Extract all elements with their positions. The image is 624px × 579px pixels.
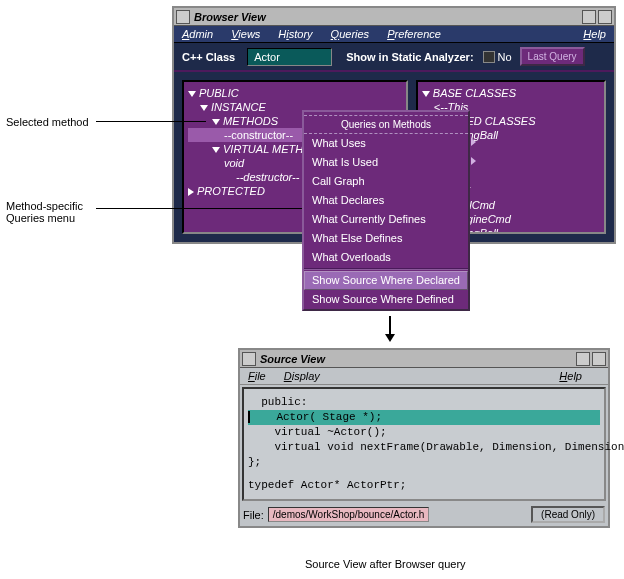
ctx-what-declares[interactable]: What Declares — [304, 191, 468, 210]
expand-icon[interactable] — [422, 91, 430, 97]
file-label: File: — [243, 509, 264, 521]
figure-caption: Source View after Browser query — [305, 558, 466, 570]
tree-public[interactable]: PUBLIC — [188, 86, 402, 100]
src-line-typedef: typedef Actor* ActorPtr; — [248, 478, 600, 493]
menu-preference[interactable]: Preference — [387, 28, 441, 40]
expand-icon[interactable] — [212, 119, 220, 125]
ctx-call-graph[interactable]: Call Graph — [304, 172, 468, 191]
src-line-destructor: virtual ~Actor(); — [248, 425, 600, 440]
no-label: No — [498, 51, 512, 63]
source-code-area[interactable]: public: Actor( Stage *); virtual ~Actor(… — [242, 387, 606, 501]
source-title-bar: Source View — [240, 350, 608, 368]
browser-menubar: Admin Views History Queries Preference H… — [174, 26, 614, 43]
ctx-what-is-used[interactable]: What Is Used — [304, 153, 468, 172]
menu-queries[interactable]: Queries — [331, 28, 370, 40]
menu-help[interactable]: Help — [559, 370, 582, 382]
read-only-indicator: (Read Only) — [531, 506, 605, 523]
context-menu-separator — [304, 268, 468, 270]
browser-title: Browser View — [194, 11, 580, 23]
ctx-else-defines[interactable]: What Else Defines — [304, 229, 468, 248]
menu-file[interactable]: File — [248, 370, 266, 382]
browser-toolbar: C++ Class Actor Show in Static Analyzer:… — [174, 43, 614, 72]
browser-title-bar: Browser View — [174, 8, 614, 26]
tree-base-classes[interactable]: BASE CLASSES — [422, 86, 600, 100]
source-view-window: Source View File Display Help public: Ac… — [238, 348, 610, 528]
expand-icon[interactable] — [188, 91, 196, 97]
annotation-queries-menu: Method-specific Queries menu — [6, 200, 83, 224]
src-line-public: public: — [248, 395, 600, 410]
source-status-bar: File: /demos/WorkShop/bounce/Actor.h (Re… — [240, 503, 608, 526]
ctx-currently-defines[interactable]: What Currently Defines — [304, 210, 468, 229]
analyzer-checkbox[interactable] — [483, 51, 495, 63]
menu-help[interactable]: Help — [583, 28, 606, 40]
analyzer-label: Show in Static Analyzer: — [346, 51, 473, 63]
ctx-show-defined[interactable]: Show Source Where Defined — [304, 290, 468, 309]
maximize-icon[interactable] — [598, 10, 612, 24]
ctx-what-uses[interactable]: What Uses — [304, 134, 468, 153]
src-line-brace: }; — [248, 455, 600, 470]
window-menu-icon[interactable] — [242, 352, 256, 366]
menu-admin[interactable]: Admin — [182, 28, 213, 40]
cpp-class-label: C++ Class — [182, 51, 235, 63]
queries-context-menu: Queries on Methods What Uses What Is Use… — [302, 110, 470, 311]
collapse-icon[interactable] — [188, 188, 194, 196]
annotation-line-2 — [96, 208, 304, 209]
menu-display[interactable]: Display — [284, 370, 320, 382]
class-name-input[interactable]: Actor — [247, 48, 332, 66]
window-menu-icon[interactable] — [176, 10, 190, 24]
src-line-highlighted: Actor( Stage *); — [248, 410, 600, 425]
maximize-icon[interactable] — [592, 352, 606, 366]
menu-views[interactable]: Views — [231, 28, 260, 40]
last-query-button[interactable]: Last Query — [520, 47, 585, 66]
minimize-icon[interactable] — [576, 352, 590, 366]
src-line-nextframe: virtual void nextFrame(Drawable, Dimensi… — [248, 440, 600, 455]
file-path-field[interactable]: /demos/WorkShop/bounce/Actor.h — [268, 507, 430, 522]
annotation-selected-method: Selected method — [6, 116, 89, 128]
expand-icon[interactable] — [212, 147, 220, 153]
source-menubar: File Display Help — [240, 368, 608, 385]
ctx-overloads[interactable]: What Overloads — [304, 248, 468, 267]
src-blank — [248, 470, 600, 478]
menu-history[interactable]: History — [278, 28, 312, 40]
minimize-icon[interactable] — [582, 10, 596, 24]
context-menu-title: Queries on Methods — [304, 115, 468, 134]
annotation-line-1 — [96, 121, 206, 122]
expand-icon[interactable] — [200, 105, 208, 111]
ctx-show-declared[interactable]: Show Source Where Declared — [304, 271, 468, 290]
source-title: Source View — [260, 353, 574, 365]
